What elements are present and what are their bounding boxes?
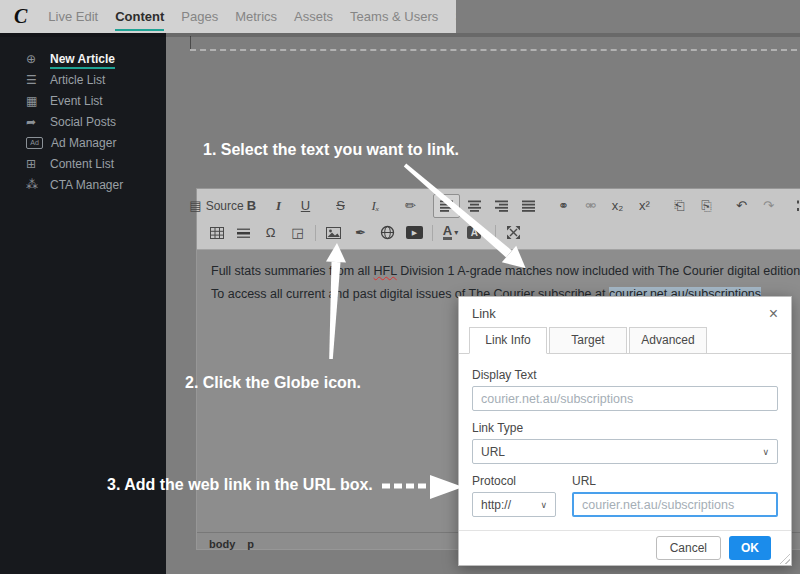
annotation-step1: 1. Select the text you want to link. bbox=[203, 141, 459, 159]
maximize-icon bbox=[507, 226, 520, 239]
numbered-list-button[interactable] bbox=[791, 195, 800, 217]
path-element-p[interactable]: p bbox=[247, 538, 254, 550]
background-color-button[interactable]: A▾ bbox=[465, 222, 490, 244]
nav-item-live-edit[interactable]: Live Edit bbox=[48, 9, 98, 24]
underline-button[interactable]: U bbox=[293, 195, 318, 217]
justify-button[interactable] bbox=[516, 195, 541, 217]
url-field[interactable] bbox=[572, 492, 778, 517]
app-window: C Live Edit Content Pages Metrics Assets… bbox=[0, 0, 800, 574]
sitemap-icon: ⁂ bbox=[26, 178, 50, 192]
tab-link-info[interactable]: Link Info bbox=[469, 327, 547, 354]
source-label: Source bbox=[206, 199, 244, 213]
source-button[interactable]: ▤ Source bbox=[204, 195, 229, 217]
dialog-body: Display Text Link Type URL ∨ Protocol ht… bbox=[459, 354, 791, 517]
toolbar-separator bbox=[315, 225, 316, 241]
sidebar-item-ad-manager[interactable]: Ad Ad Manager bbox=[0, 132, 166, 153]
sidebar-item-label: New Article bbox=[50, 52, 115, 66]
nav-item-metrics[interactable]: Metrics bbox=[235, 9, 277, 24]
superscript-button[interactable]: x² bbox=[632, 195, 657, 217]
sidebar-item-article-list[interactable]: ☰ Article List bbox=[0, 69, 166, 90]
paste-from-word-button[interactable]: ⎘ bbox=[694, 195, 719, 217]
calendar-icon: ▦ bbox=[26, 94, 50, 108]
special-character-button[interactable]: Ω bbox=[258, 222, 283, 244]
insert-table-button[interactable] bbox=[204, 222, 229, 244]
brand-logo[interactable]: C bbox=[14, 5, 27, 28]
chevron-down-icon: ∨ bbox=[540, 500, 547, 510]
display-text-label: Display Text bbox=[472, 368, 778, 382]
nav-item-content[interactable]: Content bbox=[115, 9, 164, 24]
table-icon: ⊞ bbox=[26, 157, 50, 171]
align-center-button[interactable] bbox=[462, 195, 487, 217]
sidebar-item-cta-manager[interactable]: ⁂ CTA Manager bbox=[0, 174, 166, 195]
align-right-button[interactable] bbox=[489, 195, 514, 217]
dialog-header: Link × bbox=[459, 297, 791, 327]
subscript-button[interactable]: x₂ bbox=[605, 195, 630, 217]
sidebar-item-new-article[interactable]: ⊕ New Article bbox=[0, 48, 166, 69]
link-type-value: URL bbox=[481, 445, 505, 459]
sidebar-item-content-list[interactable]: ⊞ Content List bbox=[0, 153, 166, 174]
ink-pen-button[interactable]: ✒ bbox=[348, 222, 373, 244]
paste-text-button[interactable]: ⎗ bbox=[667, 195, 692, 217]
nav-item-assets[interactable]: Assets bbox=[294, 9, 333, 24]
text-color-icon: A bbox=[443, 225, 452, 240]
sidebar-item-social-posts[interactable]: ➦ Social Posts bbox=[0, 111, 166, 132]
align-left-button[interactable] bbox=[433, 194, 460, 218]
link-type-select[interactable]: URL ∨ bbox=[472, 439, 778, 464]
chevron-down-icon: ▾ bbox=[483, 228, 487, 237]
insert-video-button[interactable]: ▶ bbox=[402, 222, 427, 244]
justify-icon bbox=[522, 200, 536, 212]
list-icon: ☰ bbox=[26, 73, 50, 87]
spellcheck-word: HFL bbox=[374, 264, 397, 278]
sidebar-item-label: Social Posts bbox=[50, 115, 116, 129]
url-label: URL bbox=[572, 474, 778, 488]
align-right-icon bbox=[495, 200, 509, 212]
share-icon: ➦ bbox=[26, 115, 50, 129]
path-element-body[interactable]: body bbox=[209, 538, 235, 550]
tab-advanced[interactable]: Advanced bbox=[629, 327, 707, 353]
dashed-dropzone-border bbox=[190, 49, 797, 51]
align-center-icon bbox=[468, 200, 482, 212]
sidebar-item-label: Content List bbox=[50, 157, 114, 171]
nav-item-pages[interactable]: Pages bbox=[181, 9, 218, 24]
annotation-step3: 3. Add the web link in the URL box. bbox=[107, 476, 373, 494]
maximize-button[interactable] bbox=[501, 222, 526, 244]
protocol-select[interactable]: http:// ∨ bbox=[472, 492, 556, 517]
nav-spacer bbox=[456, 0, 800, 33]
italic-button[interactable]: I bbox=[266, 195, 291, 217]
numbered-list-icon bbox=[797, 200, 800, 212]
sidebar-item-label: CTA Manager bbox=[50, 178, 123, 192]
undo-button[interactable]: ↶ bbox=[729, 195, 754, 217]
editor-paragraph: Full stats summaries from all HFL Divisi… bbox=[211, 262, 800, 280]
copy-formatting-button[interactable]: ✏ bbox=[398, 195, 423, 217]
chevron-down-icon: ∨ bbox=[762, 447, 769, 457]
bold-button[interactable]: B bbox=[239, 195, 264, 217]
background-color-icon: A bbox=[467, 226, 481, 239]
close-icon[interactable]: × bbox=[769, 308, 778, 320]
sidebar-item-event-list[interactable]: ▦ Event List bbox=[0, 90, 166, 111]
resize-handle-icon[interactable] bbox=[779, 553, 790, 564]
annotation-step2: 2. Click the Globe icon. bbox=[185, 374, 361, 392]
link-dialog: Link × Link Info Target Advanced Display… bbox=[458, 296, 792, 566]
display-text-field[interactable] bbox=[472, 386, 778, 411]
div-container-button[interactable]: ◲ bbox=[285, 222, 310, 244]
sidebar-item-label: Event List bbox=[50, 94, 103, 108]
link-button[interactable]: ⚭ bbox=[551, 195, 576, 217]
redo-button: ↷ bbox=[756, 195, 781, 217]
ad-box-icon: Ad bbox=[26, 137, 43, 149]
tab-target[interactable]: Target bbox=[549, 327, 627, 353]
nav-item-teams-users[interactable]: Teams & Users bbox=[350, 9, 438, 24]
video-play-icon: ▶ bbox=[406, 226, 423, 239]
remove-format-button[interactable]: Iₓ bbox=[363, 195, 388, 217]
sidebar-item-label: Ad Manager bbox=[51, 136, 116, 150]
ok-button[interactable]: OK bbox=[729, 536, 771, 560]
horizontal-rule-button[interactable] bbox=[231, 222, 256, 244]
text-color-button[interactable]: A▾ bbox=[438, 222, 463, 244]
unlink-button: ⚮ bbox=[578, 195, 603, 217]
strikethrough-button[interactable]: S bbox=[328, 195, 353, 217]
dialog-title: Link bbox=[472, 306, 496, 321]
source-icon: ▤ bbox=[189, 198, 201, 213]
editor-text: Division 1 A-grade matches now included … bbox=[397, 264, 800, 278]
cancel-button[interactable]: Cancel bbox=[656, 536, 721, 560]
insert-image-button[interactable] bbox=[321, 222, 346, 244]
globe-link-button[interactable] bbox=[375, 222, 400, 244]
